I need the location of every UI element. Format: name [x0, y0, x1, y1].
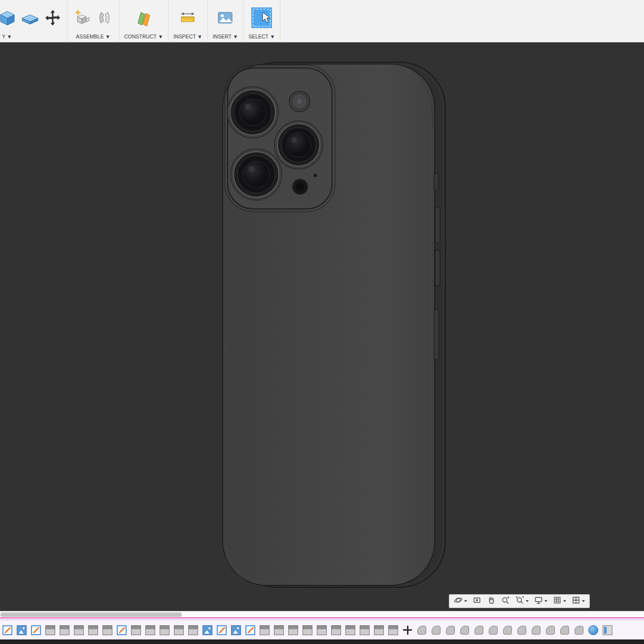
toolbar-group-construct: CONSTRUCT ▼ — [119, 0, 169, 42]
extrude-feature-icon[interactable] — [345, 625, 355, 635]
pan-icon — [487, 596, 496, 607]
insert-group-label[interactable]: INSERT ▼ — [213, 32, 238, 39]
look-at-icon — [473, 596, 481, 607]
construct-group-label[interactable]: CONSTRUCT ▼ — [124, 32, 163, 39]
fit-button[interactable] — [515, 596, 529, 607]
zoom-button[interactable] — [501, 596, 510, 607]
viewports-dropdown-caret[interactable] — [582, 600, 585, 602]
fillet-feature-icon[interactable] — [503, 625, 512, 635]
view-navigation-bar — [449, 594, 590, 608]
extrude-feature-icon[interactable] — [303, 625, 312, 635]
extrude-feature-icon[interactable] — [131, 625, 141, 635]
extrude-feature-icon[interactable] — [360, 625, 370, 635]
press-pull-icon[interactable] — [0, 8, 17, 27]
camera-lens-top-left[interactable] — [227, 87, 278, 138]
extrude-feature-icon[interactable] — [74, 625, 84, 635]
display-settings-button[interactable] — [534, 596, 547, 607]
fillet-feature-icon[interactable] — [488, 625, 498, 635]
status-bar — [0, 640, 644, 644]
look-at-button[interactable] — [473, 596, 481, 607]
assemble-group-label[interactable]: ASSEMBLE ▼ — [76, 32, 110, 39]
sketch-feature-icon[interactable] — [117, 625, 127, 635]
extrude-feature-icon[interactable] — [388, 625, 398, 635]
extrude-feature-icon[interactable] — [45, 625, 55, 635]
joint-icon[interactable] — [95, 8, 114, 27]
grid-dropdown-caret[interactable] — [563, 600, 566, 602]
move-icon[interactable] — [43, 8, 62, 27]
top-toolbar: Y ▼ ASSEMBLE ▼ — [0, 0, 644, 42]
fillet-feature-icon[interactable] — [560, 625, 570, 635]
extrude-feature-icon[interactable] — [60, 625, 69, 635]
extrude-feature-icon[interactable] — [274, 625, 284, 635]
fillet-feature-icon[interactable] — [517, 625, 527, 635]
toolbar-group-select: SELECT ▼ — [243, 0, 280, 42]
extrude-feature-icon[interactable] — [102, 625, 112, 635]
fit-dropdown-caret[interactable] — [526, 600, 529, 602]
canvas-feature-icon[interactable] — [17, 625, 27, 635]
scrollbar-thumb[interactable] — [0, 612, 182, 617]
display-settings-icon — [534, 596, 543, 607]
fillet-feature-icon[interactable] — [417, 625, 427, 635]
extrude-feature-icon[interactable] — [288, 625, 298, 635]
extrude-feature-icon[interactable] — [188, 625, 198, 635]
power-button — [434, 309, 439, 360]
phone-model[interactable] — [0, 42, 644, 611]
modify-group-label[interactable]: Y ▼ — [0, 32, 12, 39]
display-settings-dropdown-caret[interactable] — [544, 600, 547, 602]
measure-icon[interactable] — [178, 8, 197, 27]
toolbar-group-assemble: ASSEMBLE ▼ — [68, 0, 119, 42]
fillet-feature-icon[interactable] — [545, 625, 555, 635]
camera-lens-bottom-left[interactable] — [231, 149, 282, 200]
canvas-feature-icon[interactable] — [231, 625, 241, 635]
sketch-feature-icon[interactable] — [245, 625, 255, 635]
extrude-feature-icon[interactable] — [160, 625, 169, 635]
fillet-feature-icon[interactable] — [531, 625, 541, 635]
canvas-feature-icon[interactable] — [203, 625, 212, 635]
extrude-feature-icon[interactable] — [317, 625, 327, 635]
fillet-feature-icon[interactable] — [460, 625, 470, 635]
extrude-feature-icon[interactable] — [88, 625, 98, 635]
orbit-icon — [454, 596, 463, 607]
inspect-group-label[interactable]: INSPECT ▼ — [173, 32, 203, 39]
grid-display-icon — [553, 596, 562, 607]
timeline-bar — [0, 621, 644, 640]
fillet-feature-icon[interactable] — [474, 625, 484, 635]
shell-icon[interactable] — [21, 8, 39, 27]
extrude-feature-icon[interactable] — [260, 625, 270, 635]
extrude-feature-icon[interactable] — [145, 625, 155, 635]
pan-button[interactable] — [487, 596, 496, 607]
extrude-feature-icon[interactable] — [331, 625, 341, 635]
select-icon[interactable] — [250, 6, 273, 29]
extrude-feature-icon[interactable] — [174, 625, 184, 635]
timeline-playhead-stripe — [0, 617, 644, 621]
orbit-dropdown-caret[interactable] — [464, 600, 467, 602]
fillet-feature-icon[interactable] — [445, 625, 455, 635]
zoom-icon — [501, 596, 510, 607]
viewport-canvas[interactable] — [0, 42, 644, 611]
microphone-hole — [314, 174, 317, 177]
canvas-icon[interactable] — [216, 8, 235, 27]
timeline-track[interactable] — [0, 621, 644, 639]
select-group-label[interactable]: SELECT ▼ — [248, 32, 275, 39]
fillet-feature-icon[interactable] — [431, 625, 441, 635]
viewports-button[interactable] — [572, 596, 585, 607]
lidar-sensor[interactable] — [292, 179, 308, 195]
orbit-button[interactable] — [454, 596, 467, 607]
form-feature-icon[interactable] — [603, 625, 612, 635]
flash[interactable] — [289, 91, 310, 112]
grid-display-button[interactable] — [553, 596, 566, 607]
move-feature-icon[interactable] — [403, 625, 412, 635]
camera-lens-right[interactable] — [274, 121, 323, 169]
sphere-feature-icon[interactable] — [588, 625, 598, 635]
sketch-feature-icon[interactable] — [217, 625, 227, 635]
toolbar-group-insert: INSERT ▼ — [208, 0, 243, 42]
construction-plane-icon[interactable] — [135, 8, 153, 27]
sketch-feature-icon[interactable] — [2, 625, 12, 635]
extrude-feature-icon[interactable] — [374, 625, 384, 635]
camera-module[interactable] — [225, 65, 335, 212]
fillet-feature-icon[interactable] — [574, 625, 584, 635]
horizontal-scrollbar[interactable] — [0, 611, 644, 617]
new-component-icon[interactable] — [72, 8, 91, 27]
sketch-feature-icon[interactable] — [31, 625, 41, 635]
volume-up-button — [435, 207, 440, 243]
